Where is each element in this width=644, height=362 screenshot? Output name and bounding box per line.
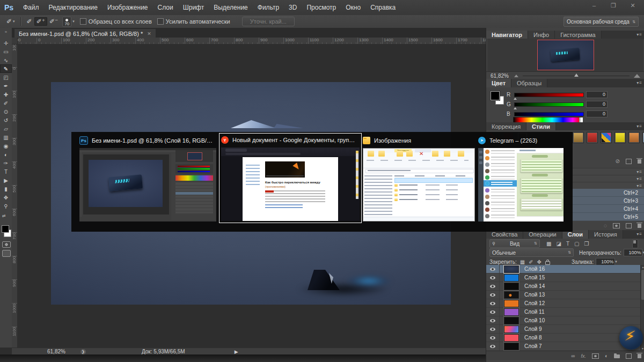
- visibility-cell[interactable]: [486, 342, 500, 350]
- layer-thumbnail[interactable]: [504, 343, 519, 350]
- visibility-cell[interactable]: [486, 308, 500, 316]
- zoom-level-field[interactable]: 61,82%: [47, 349, 65, 354]
- layer-row[interactable]: Слой 13: [486, 291, 640, 299]
- color-slider-track[interactable]: [514, 93, 584, 97]
- channel-value-field[interactable]: 0: [586, 110, 608, 117]
- style-swatch[interactable]: [614, 132, 626, 143]
- fill-value-field[interactable]: 100%: [596, 258, 615, 265]
- lock-position-icon[interactable]: ✥: [537, 259, 541, 265]
- filter-adjustment-layers-icon[interactable]: ◪: [556, 241, 561, 247]
- filter-smart-objects-icon[interactable]: ❐: [584, 241, 589, 247]
- menu-item[interactable]: Слои: [153, 4, 178, 11]
- layer-thumbnail[interactable]: [504, 334, 519, 342]
- tool-button[interactable]: ✥: [0, 193, 12, 202]
- lock-transparency-icon[interactable]: ▦: [520, 259, 525, 265]
- menu-item[interactable]: Файл: [18, 4, 44, 11]
- layer-row[interactable]: Слой 10: [486, 316, 640, 325]
- style-swatch[interactable]: [628, 132, 640, 143]
- layer-thumbnail[interactable]: [504, 291, 519, 299]
- adjustment-layer-icon[interactable]: ◐: [605, 353, 608, 359]
- scrollbar-thumb[interactable]: [641, 270, 644, 300]
- tool-button[interactable]: ✐: [0, 99, 12, 107]
- tool-button[interactable]: ◐: [0, 150, 12, 159]
- tool-button[interactable]: ↺: [0, 116, 12, 124]
- opacity-value-field[interactable]: 100%: [624, 249, 643, 256]
- menu-item[interactable]: Фильтр: [253, 4, 284, 11]
- tool-button[interactable]: ⚲: [0, 202, 12, 210]
- status-menu-arrow[interactable]: ▶: [235, 349, 238, 354]
- switcher-tile-explorer[interactable]: Изображения Управление ✕: [363, 136, 475, 221]
- menu-item[interactable]: Окно: [341, 4, 365, 11]
- layer-row[interactable]: Слой 11: [486, 308, 640, 316]
- style-swatch[interactable]: [573, 132, 584, 143]
- tool-button[interactable]: ∿: [0, 56, 12, 64]
- zoom-in-icon[interactable]: [634, 74, 640, 78]
- document-tab[interactable]: Без имени-1.psd @ 61,8% (Слой 16, RGB/8)…: [14, 28, 156, 38]
- blend-mode-select[interactable]: Обычные ⇅: [489, 248, 574, 257]
- tool-button[interactable]: ◰: [0, 73, 12, 82]
- panel-menu-icon[interactable]: ▾≡: [636, 169, 642, 174]
- lock-pixels-icon[interactable]: ✐: [529, 259, 533, 265]
- panel-tab[interactable]: Образцы: [511, 79, 547, 87]
- menu-item[interactable]: Выделение: [209, 4, 253, 11]
- style-swatch[interactable]: [601, 132, 612, 143]
- channel-value-field[interactable]: 0: [586, 91, 608, 98]
- layer-style-icon[interactable]: fx.: [581, 353, 586, 359]
- panel-menu-icon[interactable]: ▾≡: [636, 183, 642, 188]
- brush-mode-new[interactable]: ✐: [25, 17, 34, 26]
- browser-thumbnail[interactable]: Как быстро переключаться между (приложен…: [221, 147, 360, 221]
- switcher-tile-telegram[interactable]: ➤ Telegram – (2263): [478, 136, 564, 221]
- menu-item[interactable]: 3D: [284, 4, 302, 11]
- menu-item[interactable]: Шрифт: [178, 4, 209, 11]
- layer-filter-select[interactable]: ⚲ Вид ⇅: [489, 239, 540, 248]
- restore-button[interactable]: ❐: [608, 2, 619, 9]
- layer-thumbnail[interactable]: [504, 317, 519, 324]
- swap-colors-icon[interactable]: ⇄: [2, 213, 12, 218]
- chevron-down-icon[interactable]: ▾: [615, 260, 617, 264]
- foreground-color-swatch[interactable]: [2, 225, 9, 233]
- close-button[interactable]: ✕: [627, 2, 639, 9]
- channel-value-field[interactable]: 0: [586, 101, 608, 108]
- panel-tab[interactable]: История: [589, 230, 623, 239]
- panel-menu-icon[interactable]: ▾≡: [636, 32, 642, 37]
- layer-row[interactable]: Слой 16: [486, 265, 640, 274]
- delete-channel-icon[interactable]: [638, 224, 641, 228]
- slider-thumb[interactable]: [574, 73, 579, 77]
- tool-button[interactable]: ⊙: [0, 107, 12, 116]
- visibility-cell[interactable]: [486, 265, 500, 273]
- tool-button[interactable]: ◉: [0, 142, 12, 150]
- slider-arrow[interactable]: [514, 107, 517, 109]
- add-mask-icon[interactable]: [592, 353, 599, 359]
- tool-button[interactable]: ✛: [0, 39, 12, 47]
- style-swatch[interactable]: [587, 132, 598, 143]
- layer-thumbnail[interactable]: [504, 283, 519, 290]
- visibility-cell[interactable]: [486, 325, 500, 333]
- quick-mask-button[interactable]: [2, 241, 11, 248]
- clear-style-icon[interactable]: ⊘: [616, 158, 620, 164]
- tool-button[interactable]: ▱: [0, 124, 12, 133]
- lock-all-icon[interactable]: [545, 261, 550, 265]
- layer-row[interactable]: Слой 15: [486, 274, 640, 282]
- panel-tab[interactable]: Навигатор: [486, 31, 528, 39]
- panel-tab[interactable]: Инфо: [528, 31, 555, 39]
- slider-arrow[interactable]: [514, 98, 517, 100]
- toolbar-collapse-button[interactable]: »: [0, 28, 12, 39]
- panel-tab[interactable]: Цвет: [486, 79, 511, 87]
- scroll-up-icon[interactable]: ▴: [642, 265, 643, 269]
- color-slider-track[interactable]: [514, 112, 584, 116]
- tool-button[interactable]: ▶: [0, 176, 12, 184]
- visibility-cell[interactable]: [486, 282, 500, 290]
- explorer-thumbnail[interactable]: Управление ✕: [363, 148, 475, 221]
- navigator-view-box[interactable]: [537, 40, 594, 70]
- layer-thumbnail[interactable]: [504, 300, 519, 307]
- panel-menu-icon[interactable]: ▾≡: [636, 124, 642, 129]
- layer-thumbnail[interactable]: [504, 326, 519, 333]
- layer-row[interactable]: Слой 7: [486, 342, 640, 351]
- visibility-cell[interactable]: [486, 299, 500, 307]
- filter-pixel-layers-icon[interactable]: ▩: [546, 241, 551, 247]
- visibility-cell[interactable]: [486, 291, 500, 299]
- sample-all-layers-checkbox[interactable]: [80, 18, 86, 25]
- new-style-icon[interactable]: [626, 159, 632, 164]
- panel-menu-icon[interactable]: ▾≡: [636, 232, 642, 237]
- layer-row[interactable]: Слой 8: [486, 334, 640, 342]
